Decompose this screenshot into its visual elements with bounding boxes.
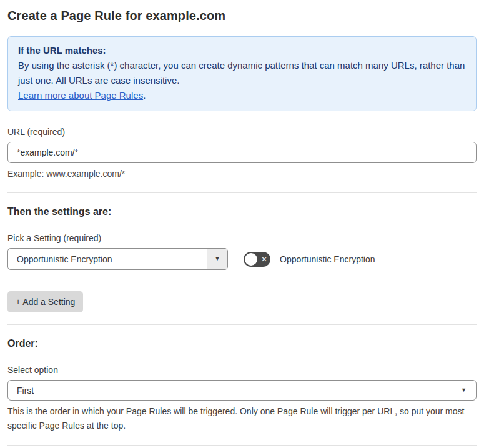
select-chevron-icon: ▼	[461, 387, 467, 393]
setting-dropdown-value: Opportunistic Encryption	[8, 249, 207, 269]
order-select-value: First	[17, 386, 461, 396]
link-period: .	[143, 90, 146, 101]
learn-more-link[interactable]: Learn more about Page Rules	[18, 90, 143, 101]
add-setting-button[interactable]: + Add a Setting	[7, 291, 83, 312]
page-rule-form: Create a Page Rule for example.com If th…	[0, 0, 484, 448]
divider	[7, 324, 477, 325]
setting-dropdown-button[interactable]: ▼	[207, 249, 227, 269]
divider	[7, 192, 477, 193]
url-field-label: URL (required)	[7, 127, 477, 137]
divider	[7, 445, 477, 446]
dropdown-arrow-icon: ▼	[215, 256, 220, 262]
toggle-knob	[245, 253, 257, 266]
settings-section-heading: Then the settings are:	[7, 206, 477, 217]
setting-dropdown[interactable]: Opportunistic Encryption ▼	[7, 248, 228, 270]
page-title: Create a Page Rule for example.com	[7, 9, 477, 23]
order-helper-text: This is the order in which your Page Rul…	[7, 404, 477, 433]
info-box-heading: If the URL matches:	[18, 43, 466, 58]
toggle-label: Opportunistic Encryption	[280, 254, 375, 264]
url-input[interactable]	[7, 142, 477, 163]
url-example-helper: Example: www.example.com/*	[7, 167, 477, 181]
info-box-link-line: Learn more about Page Rules.	[18, 88, 466, 103]
setting-row: Opportunistic Encryption ▼ ✕ Opportunist…	[7, 248, 477, 270]
url-matches-info-box: If the URL matches: By using the asteris…	[7, 36, 477, 111]
info-box-body: By using the asterisk (*) character, you…	[18, 58, 466, 88]
pick-setting-label: Pick a Setting (required)	[7, 233, 477, 243]
order-section-heading: Order:	[7, 338, 477, 349]
opportunistic-encryption-toggle[interactable]: ✕	[244, 252, 270, 267]
toggle-x-icon: ✕	[261, 255, 267, 262]
select-option-label: Select option	[7, 365, 477, 375]
order-select[interactable]: First ▼	[7, 380, 477, 401]
